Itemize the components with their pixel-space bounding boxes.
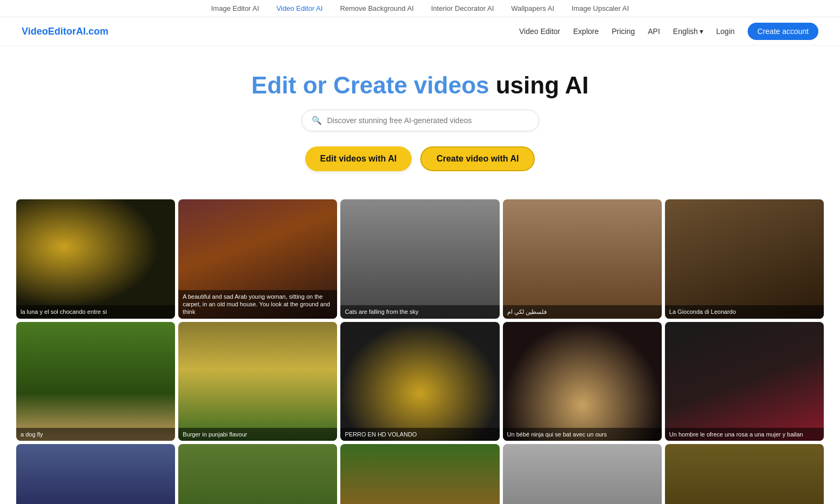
hero-section: Edit or Create videos using AI 🔍 Edit vi… — [0, 46, 840, 189]
nav-explore[interactable]: Explore — [573, 27, 599, 36]
hero-buttons: Edit videos with AI Create video with AI — [11, 146, 829, 171]
top-bar: Image Editor AI Video Editor AI Remove B… — [0, 0, 840, 17]
edit-videos-button[interactable]: Edit videos with AI — [305, 146, 412, 171]
main-nav: VideoEditorAI.com Video Editor Explore P… — [0, 17, 840, 46]
video-grid: la luna y el sol chocando entre siA beau… — [0, 189, 840, 504]
video-caption: Un bébé ninja qui se bat avec un ours — [503, 428, 662, 441]
video-item[interactable]: a dog fly — [16, 322, 175, 441]
logo[interactable]: VideoEditorAI.com — [22, 26, 109, 37]
video-item[interactable]: Cats are falling from the sky — [340, 199, 499, 319]
language-label: English — [673, 27, 698, 36]
video-item[interactable]: A beautiful and sad Arab young woman, si… — [178, 199, 337, 319]
video-item[interactable]: PERRO EN HD VOLANDO — [340, 322, 499, 441]
search-bar: 🔍 — [301, 110, 539, 131]
video-caption: Un hombre le ofrece una rosa a una mujer… — [665, 428, 824, 441]
video-caption: PERRO EN HD VOLANDO — [340, 428, 499, 441]
nav-pricing[interactable]: Pricing — [611, 27, 635, 36]
video-item[interactable]: Burger in punjabi flavour — [178, 322, 337, 441]
search-icon: 🔍 — [312, 116, 322, 125]
topbar-link-video-editor[interactable]: Video Editor AI — [277, 4, 323, 12]
video-item[interactable]: فلسطين لكي ام — [503, 199, 662, 319]
topbar-link-wallpapers[interactable]: Wallpapers AI — [511, 4, 554, 12]
create-account-button[interactable]: Create account — [748, 23, 818, 40]
video-item[interactable]: Zee JKT48 mensturbasi — [16, 444, 175, 504]
video-item[interactable]: Un hombre le ofrece una rosa a una mujer… — [665, 322, 824, 441]
language-selector[interactable]: English ▾ — [673, 27, 703, 36]
topbar-link-upscaler[interactable]: Image Upscaler AI — [572, 4, 629, 12]
hero-headline: Edit or Create videos using AI — [11, 72, 829, 99]
video-caption: La Gioconda di Leonardo — [665, 305, 824, 318]
video-item[interactable]: la luna y el sol chocando entre si — [16, 199, 175, 319]
topbar-link-interior[interactable]: Interior Decorator AI — [431, 4, 494, 12]
video-caption: a dog fly — [16, 428, 175, 441]
headline-part2: using AI — [496, 72, 589, 98]
video-caption: A beautiful and sad Arab young woman, si… — [178, 290, 337, 319]
video-item[interactable]: Une femme qui fait l'amour — [503, 444, 662, 504]
topbar-link-remove-bg[interactable]: Remove Background AI — [340, 4, 414, 12]
video-caption: Burger in punjabi flavour — [178, 428, 337, 441]
video-item[interactable]: Dancing red deer — [340, 444, 499, 504]
video-item[interactable]: Gloomy night in a wheat field with the s… — [665, 444, 824, 504]
create-video-button[interactable]: Create video with AI — [420, 146, 535, 171]
chevron-down-icon: ▾ — [700, 27, 703, 36]
search-input[interactable] — [327, 116, 529, 125]
login-button[interactable]: Login — [716, 27, 735, 36]
video-caption: Cats are falling from the sky — [340, 305, 499, 318]
nav-video-editor[interactable]: Video Editor — [519, 27, 560, 36]
video-caption: فلسطين لكي ام — [503, 305, 662, 318]
video-item[interactable]: La Gioconda di Leonardo — [665, 199, 824, 319]
headline-part1: Edit or Create videos — [251, 72, 489, 98]
topbar-link-image-editor[interactable]: Image Editor AI — [211, 4, 259, 12]
video-item[interactable]: A cheetah chasing the lion — [178, 444, 337, 504]
nav-api[interactable]: API — [648, 27, 660, 36]
video-caption: la luna y el sol chocando entre si — [16, 305, 175, 318]
nav-links: Video Editor Explore Pricing API English… — [519, 23, 818, 40]
video-item[interactable]: Un bébé ninja qui se bat avec un ours — [503, 322, 662, 441]
